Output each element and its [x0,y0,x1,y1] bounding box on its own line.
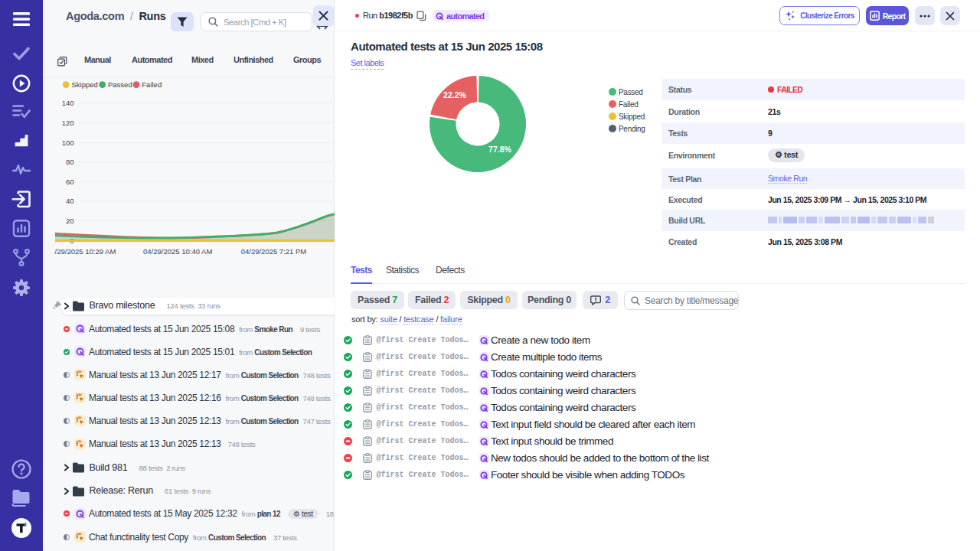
svg-text:22.2%: 22.2% [443,90,466,99]
svg-text:60: 60 [66,177,74,185]
svg-text:40: 40 [66,197,74,205]
svg-text:140: 140 [62,99,74,107]
svg-text:120: 120 [62,118,74,126]
svg-text:Skipped: Skipped [72,80,98,89]
svg-text:Passed: Passed [108,80,132,89]
svg-text:Failed: Failed [142,80,162,89]
svg-text:04/29/2025 10:40 AM: 04/29/2025 10:40 AM [143,246,212,255]
svg-text:100: 100 [62,138,74,146]
svg-text:77.8%: 77.8% [488,145,511,154]
svg-text:80: 80 [66,158,74,166]
svg-text:20: 20 [66,216,74,224]
svg-text:04/29/2025 7:21 PM: 04/29/2025 7:21 PM [241,246,307,255]
svg-text:/29/2025 10:29 AM: /29/2025 10:29 AM [55,246,116,255]
